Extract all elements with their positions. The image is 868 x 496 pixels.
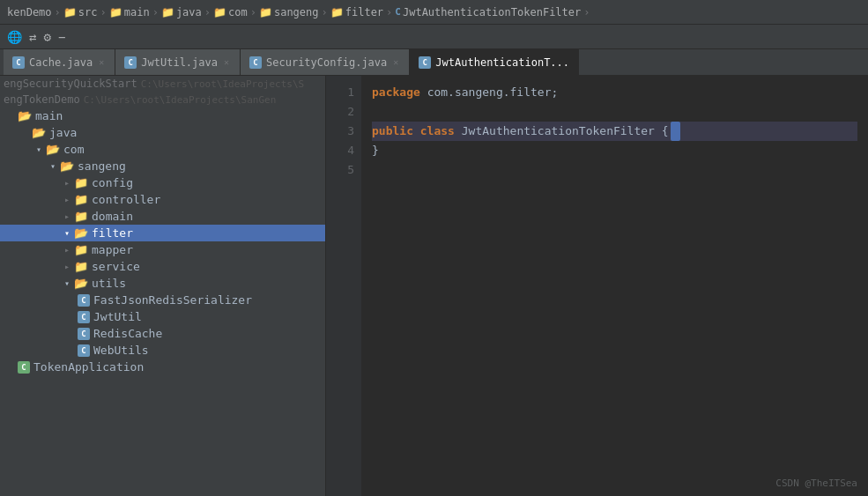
open-brace: {	[662, 122, 669, 141]
code-line-4: }	[372, 141, 857, 160]
settings-icon[interactable]: ⚙	[43, 30, 50, 44]
securityconfig-java-class-icon: C	[249, 56, 262, 69]
arrow-com: ▾	[32, 144, 46, 154]
kw-package: package	[372, 83, 420, 102]
folder-icon-filter: 📂	[74, 227, 88, 240]
tree-label-webutils: WebUtils	[93, 344, 325, 357]
tree-item-domain[interactable]: ▸ 📁 domain	[0, 208, 325, 225]
tree-item-rediscache[interactable]: C RedisCache	[0, 325, 325, 342]
arrow-sangeng: ▾	[46, 161, 60, 171]
tree-label-utils: utils	[92, 277, 325, 290]
folder-icon-utils: 📂	[74, 278, 88, 290]
tree-item-fastjson[interactable]: C FastJsonRedisSerializer	[0, 292, 325, 308]
breadcrumb-folder-icon-src: 📁	[63, 6, 77, 19]
tab-jwt-filter[interactable]: C JwtAuthenticationT...	[410, 49, 579, 75]
tree-label-config: config	[92, 176, 325, 189]
kw-class: class	[420, 122, 455, 141]
tree-label-com: com	[63, 143, 325, 156]
class-badge-jwtutil: C	[78, 311, 90, 323]
pkg-name: com.sangeng.filter;	[427, 83, 559, 102]
breadcrumb-folder-icon-filter: 📁	[330, 6, 344, 19]
class-badge-rediscache: C	[78, 328, 90, 340]
code-line-3: public class JwtAuthenticationTokenFilte…	[372, 122, 857, 141]
tree-label-tokenapp: TokenApplication	[33, 360, 325, 374]
breadcrumb-folder-icon-com: 📁	[213, 6, 226, 19]
folder-icon-main: 📂	[18, 110, 32, 122]
line-num-4: 4	[326, 141, 354, 160]
folder-icon-mapper: 📁	[74, 244, 88, 256]
tree-label-fastjson: FastJsonRedisSerializer	[93, 293, 325, 307]
arrow-controller: ▸	[60, 195, 74, 204]
folder-icon-service: 📁	[74, 261, 88, 273]
arrow-domain: ▸	[60, 211, 74, 221]
line-num-5: 5	[326, 160, 354, 180]
code-line-2	[372, 102, 857, 122]
arrow-filter: ▾	[60, 228, 74, 238]
tree-label-main: main	[35, 109, 325, 122]
tree-label-service: service	[92, 260, 325, 273]
globe-icon[interactable]: 🌐	[7, 30, 22, 44]
kw-public: public	[372, 122, 413, 141]
breadcrumb-bar: kenDemo › 📁src › 📁main › 📁java › 📁com › …	[0, 0, 868, 25]
project-header-2[interactable]: engTokenDemo C:\Users\root\IdeaProjects\…	[0, 92, 325, 107]
tree-label-java: java	[49, 126, 325, 139]
class-badge-fastjson: C	[78, 294, 90, 307]
class-badge-webutils: C	[78, 344, 90, 357]
class-badge-tokenapp: C	[18, 361, 30, 374]
arrow-mapper: ▸	[60, 245, 74, 255]
tab-jwtutil-java-close[interactable]: ✕	[222, 56, 231, 68]
tab-cache-java-label: Cache.java	[29, 56, 93, 69]
line-num-2: 2	[326, 102, 354, 122]
breadcrumb-folder-icon-sangeng: 📁	[259, 6, 272, 19]
tree-item-webutils[interactable]: C WebUtils	[0, 342, 325, 359]
folder-icon-controller: 📁	[74, 194, 88, 206]
tree-item-java[interactable]: 📂 java	[0, 124, 325, 141]
arrow-service: ▸	[60, 262, 74, 271]
tree-item-jwtutil[interactable]: C JwtUtil	[0, 308, 325, 325]
tree-label-domain: domain	[92, 210, 325, 223]
close-brace: }	[372, 141, 379, 160]
sidebar: engSecurityQuickStart C:\Users\root\Idea…	[0, 76, 326, 496]
tab-jwt-filter-label: JwtAuthenticationT...	[435, 56, 569, 69]
tree-item-service[interactable]: ▸ 📁 service	[0, 258, 325, 275]
project-path-1: C:\Users\root\IdeaProjects\S	[141, 78, 304, 90]
tree-item-config[interactable]: ▸ 📁 config	[0, 174, 325, 191]
tree-item-mapper[interactable]: ▸ 📁 mapper	[0, 241, 325, 258]
toolbar-strip: 🌐 ⇄ ⚙ −	[0, 25, 868, 49]
breadcrumb-project: kenDemo	[7, 6, 52, 19]
tree-item-utils[interactable]: ▾ 📂 utils	[0, 275, 325, 292]
tab-jwtutil-java-label: JwtUtil.java	[141, 56, 218, 69]
editor-area: 1 2 3 4 5 package com.sangeng.filter; pu	[326, 76, 868, 496]
code-area[interactable]: package com.sangeng.filter; public class…	[361, 76, 868, 496]
jwt-filter-class-icon: C	[419, 56, 431, 69]
split-icon[interactable]: ⇄	[29, 30, 36, 44]
code-line-1: package com.sangeng.filter;	[372, 83, 857, 102]
tree-item-com[interactable]: ▾ 📂 com	[0, 141, 325, 158]
arrow-config: ▸	[60, 178, 74, 188]
jwtutil-java-class-icon: C	[124, 56, 137, 69]
tree-item-controller[interactable]: ▸ 📁 controller	[0, 191, 325, 208]
tree-label-rediscache: RedisCache	[93, 327, 325, 340]
minus-icon[interactable]: −	[58, 30, 65, 44]
main-layout: engSecurityQuickStart C:\Users\root\Idea…	[0, 76, 868, 496]
project-header-1[interactable]: engSecurityQuickStart C:\Users\root\Idea…	[0, 76, 325, 92]
tab-cache-java-close[interactable]: ✕	[97, 56, 106, 68]
line-num-3: 3	[326, 122, 354, 141]
tree-label-controller: controller	[92, 193, 325, 206]
brace-highlight	[671, 122, 681, 141]
tab-cache-java[interactable]: C Cache.java ✕	[4, 49, 115, 75]
project-path-2: C:\Users\root\IdeaProjects\SanGen	[84, 94, 277, 106]
tree-item-filter[interactable]: ▾ 📂 filter	[0, 225, 325, 241]
tab-securityconfig-java[interactable]: C SecurityConfig.java ✕	[241, 49, 410, 75]
folder-icon-config: 📁	[74, 177, 88, 189]
tab-securityconfig-java-label: SecurityConfig.java	[266, 56, 387, 69]
line-numbers: 1 2 3 4 5	[326, 76, 361, 496]
tree-item-tokenapp[interactable]: C TokenApplication	[0, 359, 325, 375]
folder-icon-java: 📂	[32, 127, 46, 139]
tab-securityconfig-java-close[interactable]: ✕	[391, 56, 400, 68]
tree-item-main[interactable]: 📂 main	[0, 107, 325, 124]
project-label-1: engSecurityQuickStart	[4, 78, 137, 90]
tab-jwtutil-java[interactable]: C JwtUtil.java ✕	[115, 49, 241, 75]
tree-item-sangeng[interactable]: ▾ 📂 sangeng	[0, 158, 325, 174]
line-num-1: 1	[326, 83, 354, 102]
